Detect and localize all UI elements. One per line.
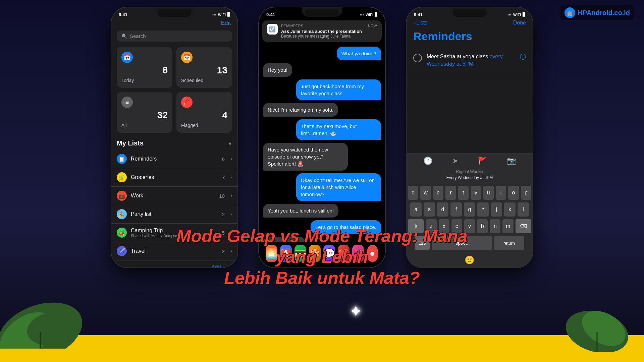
- location-icon[interactable]: ➤: [452, 157, 458, 165]
- key-g[interactable]: g: [464, 202, 475, 217]
- key-o[interactable]: o: [508, 186, 519, 200]
- key-r[interactable]: r: [445, 186, 456, 200]
- phone1-notch: [158, 9, 191, 17]
- list-item-work[interactable]: 💼 Work 10 ›: [111, 187, 237, 205]
- list-item-reminders[interactable]: 📋 Reminders 6 ›: [111, 150, 237, 168]
- key-a[interactable]: a: [410, 202, 422, 217]
- today-card[interactable]: 📅 8 Today: [117, 47, 172, 88]
- phone2-time: 9:41: [266, 12, 275, 17]
- phone1-status-icons: ▪▪▪ WiFi ▊: [212, 12, 230, 17]
- all-label: All: [121, 123, 168, 128]
- key-n[interactable]: n: [490, 219, 500, 233]
- list-item-party[interactable]: 🎉 Party list 2 ›: [111, 205, 237, 224]
- notification-icon: ☑️: [267, 24, 278, 35]
- search-icon: 🔍: [121, 34, 127, 39]
- reminder-text: Meet Sasha at yoga class every Wednesday…: [427, 53, 515, 68]
- phone3-notch: [453, 9, 486, 17]
- kb-row-1: q w e r t y u i o p: [408, 186, 531, 200]
- repeat-label: Repeat Weekly: [407, 168, 533, 175]
- reminders-notification[interactable]: ☑️ REMINDERS NOW Ask Julie Talma about t…: [262, 20, 382, 42]
- phone2-status-icons: ▪▪▪ WiFi ▊: [360, 12, 378, 17]
- work-icon: 💼: [117, 191, 127, 201]
- key-d[interactable]: d: [437, 202, 448, 217]
- key-s[interactable]: s: [424, 202, 435, 217]
- key-y[interactable]: y: [471, 186, 481, 200]
- msg-2: Hey you!: [263, 63, 292, 77]
- back-button[interactable]: ‹ Lists: [413, 20, 427, 26]
- battery-icon: ▊: [523, 12, 525, 17]
- msg-4: Nice! I'm relaxing on my sofa.: [263, 103, 338, 117]
- key-w[interactable]: w: [420, 186, 431, 200]
- scheduled-card[interactable]: 📅 13 Scheduled: [176, 47, 232, 88]
- signal-icon: ▪▪▪: [212, 13, 216, 17]
- all-card[interactable]: ≡ 32 All: [117, 92, 172, 133]
- logo-text: HPAndroid.co.id: [578, 9, 630, 17]
- camera-icon[interactable]: 📷: [507, 157, 516, 165]
- msg-5: That's my next move, but first...ramen! …: [296, 119, 381, 140]
- work-chevron: ›: [231, 193, 232, 198]
- repeat-value: Every Wednesday at 6PM: [407, 175, 533, 183]
- msg-1: What ya doing?: [337, 47, 381, 60]
- key-m[interactable]: m: [502, 219, 513, 233]
- list-item-groceries[interactable]: 🛒 Groceries 7 ›: [111, 168, 237, 187]
- reminder-item[interactable]: Meet Sasha at yoga class every Wednesday…: [407, 48, 533, 73]
- msg-3: Just got back home from my favorite yoga…: [296, 79, 381, 100]
- reminder-circle: [413, 54, 422, 62]
- key-t[interactable]: t: [458, 186, 469, 200]
- my-lists-header: My Lists ∨: [111, 138, 237, 150]
- party-name: Party list: [131, 211, 218, 217]
- signal-icon: ▪▪▪: [360, 13, 364, 17]
- groceries-icon: 🛒: [117, 172, 127, 182]
- key-i[interactable]: i: [496, 186, 506, 200]
- flagged-card[interactable]: 🚩 4 Flagged: [176, 92, 232, 133]
- clock-icon[interactable]: 🕐: [423, 157, 432, 165]
- battery-icon: ▊: [375, 12, 378, 17]
- reminders-chevron: ›: [231, 157, 232, 161]
- key-j[interactable]: j: [491, 202, 502, 217]
- key-p[interactable]: p: [521, 186, 531, 200]
- today-label: Today: [121, 78, 168, 83]
- scheduled-label: Scheduled: [181, 78, 227, 83]
- flag-icon[interactable]: 🚩: [478, 157, 487, 165]
- phone1-search-bar[interactable]: 🔍 Search: [117, 31, 232, 42]
- key-b[interactable]: b: [477, 219, 488, 233]
- phone1-time: 9:41: [119, 12, 127, 17]
- keyboard-toolbar: 🕐 ➤ 🚩 📷: [407, 154, 533, 168]
- back-chevron: ‹: [413, 20, 415, 26]
- cursor: |: [473, 61, 475, 67]
- my-lists-chevron: ∨: [228, 140, 232, 146]
- party-icon: 🎉: [117, 209, 127, 219]
- wifi-icon: WiFi: [513, 13, 521, 17]
- key-u[interactable]: u: [483, 186, 493, 200]
- messages-container: What ya doing? Hey you! Just got back ho…: [259, 44, 385, 242]
- key-h[interactable]: h: [477, 202, 489, 217]
- phone3-nav: ‹ Lists Done: [407, 18, 533, 28]
- site-logo[interactable]: 🤖 HPAndroid.co.id: [560, 5, 634, 20]
- notification-line1: Ask Julie Talma about the presentation: [281, 29, 377, 34]
- key-k[interactable]: k: [504, 202, 516, 217]
- done-button[interactable]: Done: [513, 20, 526, 26]
- search-placeholder: Search: [130, 33, 146, 39]
- key-q[interactable]: q: [408, 186, 418, 200]
- notification-time: NOW: [368, 24, 377, 28]
- flagged-count: 4: [181, 110, 227, 121]
- flagged-icon: 🚩: [181, 97, 193, 108]
- reminders-icon: 📋: [117, 154, 127, 164]
- reminder-text-normal: Meet Sasha at yoga class: [427, 54, 490, 59]
- travel-icon: ✈️: [117, 246, 127, 256]
- overlay-line1: Mode Gelap vs Mode Terang: Mana yang Leb…: [171, 226, 473, 267]
- info-button[interactable]: ⓘ: [520, 53, 526, 61]
- key-l[interactable]: l: [518, 202, 529, 217]
- phone1-grid: 📅 8 Today 📅 13 Scheduled ≡ 32 All: [111, 47, 237, 138]
- key-return[interactable]: return: [494, 236, 524, 250]
- phone3-status-icons: ▪▪▪ WiFi ▊: [507, 12, 525, 17]
- key-e[interactable]: e: [433, 186, 443, 200]
- edit-button[interactable]: Edit: [221, 20, 231, 26]
- my-lists-title: My Lists: [117, 139, 144, 147]
- notification-header: REMINDERS NOW: [281, 24, 377, 28]
- key-f[interactable]: f: [450, 202, 462, 217]
- party-chevron: ›: [231, 212, 232, 217]
- notification-content: REMINDERS NOW Ask Julie Talma about the …: [281, 24, 377, 39]
- key-delete[interactable]: ⌫: [516, 219, 531, 233]
- flagged-label: Flagged: [181, 123, 227, 128]
